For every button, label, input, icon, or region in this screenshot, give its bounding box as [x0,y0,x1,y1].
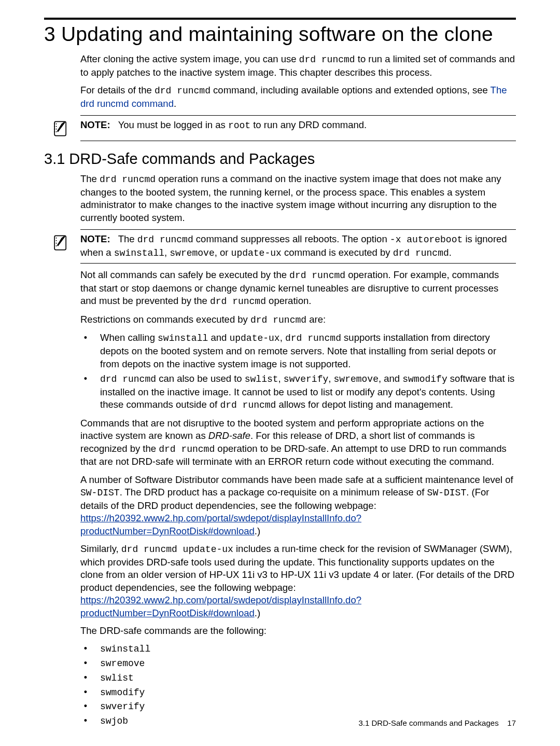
inline-code: swinstall [158,333,208,343]
text: .) [255,607,260,618]
note-label: NOTE: [80,119,110,130]
inline-code: swmodify [402,374,447,384]
note-icon [52,120,69,137]
text: and [208,332,229,343]
list-item: When calling swinstall and update-ux, dr… [95,331,516,370]
inline-code: -x autoreboot [390,234,463,245]
text: , or [215,247,231,258]
body-para: A number of Software Distributor command… [80,474,516,537]
section-heading: 3.1 DRD-Safe commands and Packages [44,150,516,168]
text: , and [379,373,402,384]
inline-code: swlist [245,374,278,384]
text: allows for depot listing and management. [276,399,453,410]
note-icon [52,234,69,252]
inline-code: swremove [170,248,214,258]
svg-point-9 [55,245,57,246]
page-footer: 3.1 DRD-Safe commands and Packages 17 [359,719,516,727]
text: When calling [100,332,158,343]
inline-code: drd runcmd update-ux [121,544,233,555]
inline-code: swjob [100,716,128,726]
emphasis: DRD-safe [208,430,250,441]
text: , [328,373,333,384]
text: .) [255,526,260,536]
text: Not all commands can safely be executed … [80,269,289,280]
svg-point-1 [55,123,57,125]
note-block: NOTE: The drd runcmd command suppresses … [80,229,516,264]
hyperlink[interactable]: https://h20392.www2.hp.com/portal/swdepo… [80,595,361,618]
svg-point-4 [55,131,57,132]
svg-point-2 [55,126,57,127]
intro-para-2: For details of the drd runcmd command, i… [80,84,516,110]
list-item: swlist [95,671,516,685]
inline-code: SW-DIST [80,488,120,498]
body-para: Restrictions on commands executed by drd… [80,313,516,327]
section-para: The drd runcmd operation runs a command … [80,173,516,224]
text: . The DRD product has a package co-requi… [120,487,427,498]
list-item: swremove [95,657,516,670]
svg-point-7 [55,240,57,241]
body-para: Similarly, drd runcmd update-ux includes… [80,543,516,619]
footer-section-title: 3.1 DRD-Safe commands and Packages [359,719,499,727]
inline-code: SW-DIST [427,488,467,498]
svg-point-3 [55,129,57,130]
inline-code: root [228,120,250,131]
text: to run any DRD command. [250,119,367,130]
text: After cloning the active system image, y… [80,53,299,64]
text: command suppresses all reboots. The opti… [193,233,390,244]
inline-code: swverify [284,374,328,384]
inline-code: drd runcmd [137,234,193,245]
inline-code: swmodify [100,687,145,698]
inline-code: swverify [100,701,145,712]
inline-code: swinstall [100,644,150,654]
list-item: swmodify [95,686,516,699]
text: , [278,373,284,384]
inline-code: update-ux [231,248,282,258]
text: , [164,247,170,258]
text: The [118,233,137,244]
text: . [449,247,452,258]
inline-code: drd runcmd [220,400,276,410]
inline-code: drd runcmd [393,248,449,258]
list-item: swverify [95,700,516,713]
text: can also be used to [156,373,245,384]
inline-code: swlist [100,673,134,683]
intro-para-1: After cloning the active system image, y… [80,53,516,79]
text: are: [306,314,326,325]
body-para: Not all commands can safely be executed … [80,269,516,308]
restrictions-list: When calling swinstall and update-ux, dr… [80,331,516,411]
note-block: NOTE: You must be logged in as root to r… [80,115,516,141]
inline-code: swremove [334,374,379,384]
inline-code: drd runcmd [285,333,341,343]
text: command is executed by [282,247,393,258]
inline-code: drd runcmd [100,374,156,384]
inline-code: drd runcmd [155,86,211,96]
drd-safe-commands-list: swinstall swremove swlist swmodify swver… [80,642,516,728]
body-para: Commands that are not disruptive to the … [80,417,516,468]
svg-point-8 [55,243,57,244]
chapter-rule [44,18,516,20]
note-bottom-rule [80,263,516,264]
list-item: swinstall [95,642,516,656]
inline-code: drd runcmd [299,54,355,65]
text: For details of the [80,85,155,95]
text: The [80,173,100,184]
note-label: NOTE: [80,233,110,244]
inline-code: swremove [100,658,145,669]
svg-point-6 [55,238,57,239]
text: A number of Software Distributor command… [80,474,513,485]
page-number: 17 [507,719,516,727]
list-item: drd runcmd can also be used to swlist, s… [95,372,516,412]
text: command, including available options and… [211,85,491,95]
inline-code: drd runcmd [250,315,306,325]
inline-code: swinstall [114,248,164,258]
text: Similarly, [80,543,121,554]
hyperlink[interactable]: https://h20392.www2.hp.com/portal/swdepo… [80,513,361,536]
inline-code: drd runcmd [159,444,215,454]
text: , [280,332,285,343]
text: operation. [266,295,311,306]
inline-code: update-ux [229,333,279,343]
inline-code: drd runcmd [289,270,345,281]
text: You must be logged in as [118,119,228,130]
inline-code: drd runcmd [210,296,266,307]
text: . [174,98,176,109]
